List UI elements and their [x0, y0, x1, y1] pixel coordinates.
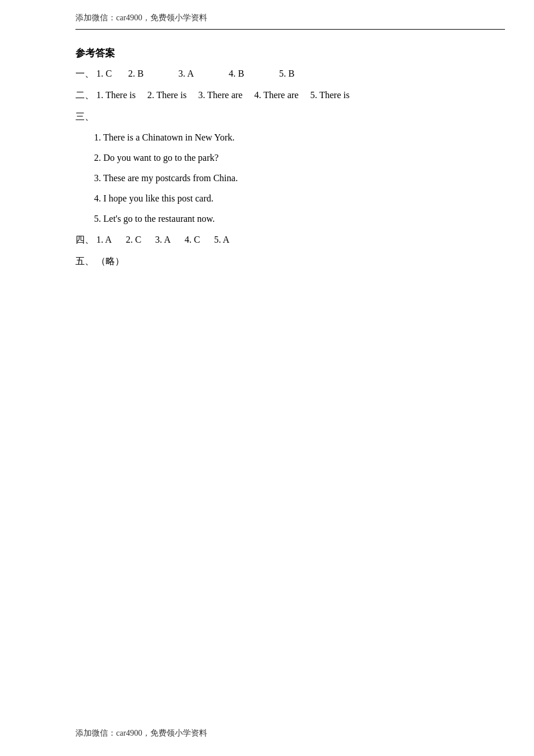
header-watermark: 添加微信：car4900，免费领小学资料	[75, 13, 207, 23]
divider	[75, 29, 505, 30]
s3-item5: 5. Let's go to the restaurant now.	[94, 211, 505, 228]
s1-item5: 5. B	[279, 66, 295, 82]
s4-item3: 3. A	[155, 232, 171, 249]
section3-items: 1. There is a Chinatown in New York. 2. …	[94, 129, 505, 227]
s3-item4: 4. I hope you like this post card.	[94, 190, 505, 207]
s1-item4: 4. B	[229, 66, 244, 82]
section5-answer: （略）	[96, 253, 124, 270]
s4-item4: 4. C	[185, 232, 200, 249]
section4-items: 1. A 2. C 3. A 4. C 5. A	[96, 232, 229, 249]
s2-item3: 3. There are	[198, 87, 243, 104]
s2-item1: 1. There is	[96, 87, 136, 104]
section3-block: 三、 1. There is a Chinatown in New York. …	[75, 109, 505, 228]
s3-item3: 3. These are my postcards from China.	[94, 170, 505, 187]
s4-item5: 5. A	[214, 232, 230, 249]
s3-item2: 2. Do you want to go to the park?	[94, 150, 505, 167]
s2-item5: 5. There is	[310, 87, 349, 104]
section5-label: 五、	[75, 253, 94, 270]
s4-item1: 1. A	[96, 232, 112, 249]
s2-item2: 2. There is	[147, 87, 187, 104]
section3-label: 三、	[75, 109, 94, 125]
s4-item2: 2. C	[126, 232, 142, 249]
section-title: 参考答案	[75, 46, 505, 60]
footer-watermark: 添加微信：car4900，免费领小学资料	[75, 728, 207, 739]
s1-item2: 2. B	[128, 66, 144, 82]
section1-row: 一、 1. C 2. B 3. A 4. B 5. B	[75, 66, 505, 82]
s1-item3: 3. A	[178, 66, 194, 82]
section2-items: 1. There is 2. There is 3. There are 4. …	[96, 87, 361, 104]
main-content: 参考答案 一、 1. C 2. B 3. A 4. B 5. B 二、 1. T…	[75, 46, 505, 275]
section1-label: 一、	[75, 66, 94, 82]
section4-label: 四、	[75, 232, 94, 249]
section1-items: 1. C 2. B 3. A 4. B 5. B	[96, 66, 311, 82]
s2-item4: 4. There are	[254, 87, 299, 104]
section2-row: 二、 1. There is 2. There is 3. There are …	[75, 87, 505, 104]
section2-label: 二、	[75, 87, 94, 104]
section4-row: 四、 1. A 2. C 3. A 4. C 5. A	[75, 232, 505, 249]
s1-item1: 1. C	[96, 66, 112, 82]
section3-header: 三、	[75, 109, 505, 125]
section5-row: 五、 （略）	[75, 253, 505, 270]
s3-item1: 1. There is a Chinatown in New York.	[94, 129, 505, 146]
